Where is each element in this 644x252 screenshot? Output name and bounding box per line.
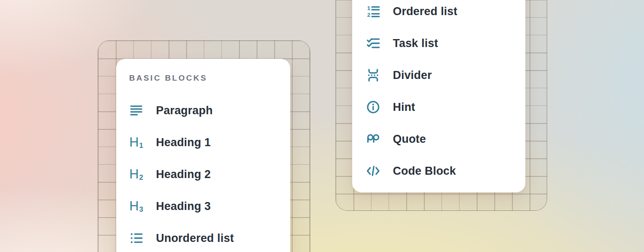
heading-3-icon: H3	[129, 199, 143, 213]
hint-icon	[366, 100, 380, 114]
menu-item-label: Hint	[393, 102, 415, 113]
divider-icon	[366, 68, 380, 82]
menu-item-label: Paragraph	[156, 105, 213, 116]
menu-item-label: Heading 3	[156, 201, 211, 212]
svg-text:1: 1	[367, 5, 371, 11]
menu-item-heading-3[interactable]: H3 Heading 3	[129, 190, 290, 222]
menu-item-label: Unordered list	[156, 233, 234, 244]
menu-item-unordered-list[interactable]: Unordered list	[129, 222, 290, 252]
more-blocks-menu: 1 2 Ordered list Task list	[366, 0, 525, 187]
background: { "palette": { "icon_teal": "#2f7d9b", "…	[0, 0, 644, 252]
more-blocks-menu-card: 1 2 Ordered list Task list	[352, 0, 525, 192]
basic-blocks-menu: Paragraph H1 Heading 1 H2 Heading 2 H3 H…	[129, 94, 290, 252]
menu-item-label: Heading 1	[156, 137, 211, 148]
menu-item-label: Code Block	[393, 165, 456, 177]
ordered-list-icon: 1 2	[366, 4, 380, 18]
menu-item-label: Divider	[393, 70, 432, 81]
menu-item-ordered-list[interactable]: 1 2 Ordered list	[366, 0, 525, 27]
basic-blocks-menu-card: BASIC BLOCKS Paragraph H1 Heading 1 H2 H…	[116, 59, 290, 252]
menu-item-quote[interactable]: Quote	[366, 123, 525, 155]
menu-item-label: Quote	[393, 134, 426, 145]
unordered-list-icon	[129, 231, 143, 245]
heading-2-icon: H2	[129, 167, 143, 181]
menu-item-task-list[interactable]: Task list	[366, 27, 525, 59]
svg-text:2: 2	[367, 12, 370, 18]
menu-item-label: Task list	[393, 38, 438, 49]
paragraph-icon	[129, 103, 143, 118]
menu-item-code-block[interactable]: Code Block	[366, 155, 525, 187]
heading-1-icon: H1	[129, 135, 143, 150]
menu-item-heading-2[interactable]: H2 Heading 2	[129, 158, 290, 190]
code-block-icon	[366, 164, 380, 178]
quote-icon	[366, 132, 380, 146]
menu-item-divider[interactable]: Divider	[366, 59, 525, 91]
menu-item-label: Ordered list	[393, 6, 457, 17]
section-title: BASIC BLOCKS	[129, 73, 290, 83]
menu-item-hint[interactable]: Hint	[366, 91, 525, 123]
task-list-icon	[366, 36, 380, 50]
menu-item-heading-1[interactable]: H1 Heading 1	[129, 126, 290, 158]
menu-item-label: Heading 2	[156, 169, 211, 180]
menu-item-paragraph[interactable]: Paragraph	[129, 94, 290, 126]
